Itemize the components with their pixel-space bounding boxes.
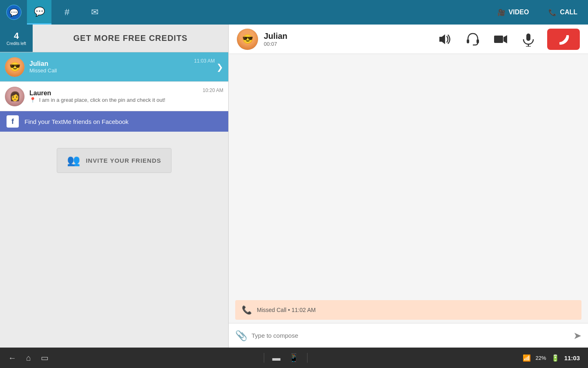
bottom-nav-center: ▬ 📱 xyxy=(264,353,307,363)
wifi-icon: 📶 xyxy=(523,354,531,362)
bottom-nav-left: ← ⌂ ▭ xyxy=(8,353,49,363)
divider-right xyxy=(307,353,307,363)
tab-compose[interactable]: ✉ xyxy=(82,0,107,25)
convo-name-lauren: Lauren xyxy=(29,90,199,97)
home-icon[interactable]: ⌂ xyxy=(26,353,31,363)
invite-friends-button[interactable]: 👥 INVITE YOUR FRIENDS xyxy=(57,148,172,173)
compose-input[interactable] xyxy=(252,332,573,339)
missed-call-icon: 📞 xyxy=(242,305,252,315)
headset-button[interactable] xyxy=(464,30,482,48)
facebook-bar[interactable]: f Find your TextMe friends on Facebook xyxy=(0,111,228,132)
conversation-item-lauren[interactable]: 👩 Lauren 📍 I am in a great place, click … xyxy=(0,82,228,111)
caller-name: Julian xyxy=(264,31,436,41)
svg-rect-5 xyxy=(494,36,503,43)
call-label: CALL xyxy=(560,9,577,16)
facebook-icon: f xyxy=(7,115,19,128)
convo-body-lauren: Lauren 📍 I am in a great place, click on… xyxy=(29,90,199,103)
battery-percent: 22% xyxy=(536,355,546,361)
battery-icon: 🔋 xyxy=(551,354,559,362)
compose-bar: 📎 ➤ xyxy=(229,323,588,348)
window-icon[interactable]: ▬ xyxy=(272,353,281,363)
video-icon: 🎥 xyxy=(497,9,506,16)
credits-number: 4 xyxy=(14,31,19,41)
svg-rect-3 xyxy=(467,39,469,43)
back-icon[interactable]: ← xyxy=(8,353,16,363)
invite-section: 👥 INVITE YOUR FRIENDS xyxy=(0,132,228,348)
top-navigation: 💬 💬 # ✉ 🎥 VIDEO 📞 CALL xyxy=(0,0,588,25)
end-call-button[interactable] xyxy=(547,29,580,50)
credits-badge: 4 Credits left xyxy=(0,25,33,52)
recents-icon[interactable]: ▭ xyxy=(41,353,49,363)
get-credits-button[interactable]: GET MORE FREE CREDITS xyxy=(33,25,228,52)
convo-preview-julian: Missed Call xyxy=(29,67,191,74)
missed-call-text: Missed Call • 11:02 AM xyxy=(257,307,316,313)
missed-call-banner: 📞 Missed Call • 11:02 AM xyxy=(235,300,581,320)
tab-messages[interactable]: 💬 xyxy=(27,0,51,25)
right-panel: 😎 Julian 00:07 xyxy=(229,25,588,348)
convo-body-julian: Julian Missed Call xyxy=(29,60,191,74)
attach-button[interactable]: 📎 xyxy=(235,330,247,341)
credits-label: Credits left xyxy=(7,41,26,46)
svg-text:💬: 💬 xyxy=(9,8,19,17)
conversation-item-julian[interactable]: 😎 Julian Missed Call 11:03 AM ❯ xyxy=(0,52,228,82)
call-icon: 📞 xyxy=(548,9,557,16)
pin-icon: 📍 xyxy=(29,97,36,103)
convo-time-lauren: 10:20 AM xyxy=(203,86,223,93)
convo-preview-lauren: 📍 I am in a great place, click on the pi… xyxy=(29,97,199,103)
video-ctrl-button[interactable] xyxy=(492,30,510,48)
call-controls xyxy=(436,29,580,50)
caller-avatar: 😎 xyxy=(237,29,258,50)
system-time: 11:03 xyxy=(564,355,580,361)
svg-rect-7 xyxy=(526,34,530,41)
bottom-nav-right: 📶 22% 🔋 11:03 xyxy=(523,354,580,362)
speaker-button[interactable] xyxy=(436,30,454,48)
call-header: 😎 Julian 00:07 xyxy=(229,25,588,54)
bottom-navigation: ← ⌂ ▭ ▬ 📱 📶 22% 🔋 11:03 xyxy=(0,348,588,368)
nav-right: 🎥 VIDEO 📞 CALL xyxy=(491,5,584,20)
chat-area: 📞 Missed Call • 11:02 AM 📎 ➤ xyxy=(229,54,588,348)
invite-label: INVITE YOUR FRIENDS xyxy=(86,157,161,164)
mute-button[interactable] xyxy=(519,30,537,48)
video-label: VIDEO xyxy=(509,9,529,16)
chat-messages xyxy=(229,54,588,297)
nav-left: 💬 💬 # ✉ xyxy=(4,0,107,25)
svg-marker-2 xyxy=(439,34,445,44)
avatar-julian: 😎 xyxy=(5,57,24,77)
left-panel: 4 Credits left GET MORE FREE CREDITS 😎 J… xyxy=(0,25,229,348)
tab-dialpad[interactable]: # xyxy=(55,0,79,25)
convo-name-julian: Julian xyxy=(29,60,191,67)
facebook-bar-text: Find your TextMe friends on Facebook xyxy=(24,118,129,125)
call-button[interactable]: 📞 CALL xyxy=(542,5,584,20)
call-duration: 00:07 xyxy=(264,41,436,47)
divider-left xyxy=(264,353,264,363)
app-logo: 💬 xyxy=(4,2,24,22)
device-icon[interactable]: 📱 xyxy=(289,353,299,363)
convo-time-julian: 11:03 AM xyxy=(194,56,215,64)
invite-icon: 👥 xyxy=(67,154,80,167)
caller-info: Julian 00:07 xyxy=(264,31,436,47)
video-button[interactable]: 🎥 VIDEO xyxy=(491,5,536,20)
chevron-right-icon: ❯ xyxy=(216,62,223,72)
svg-marker-6 xyxy=(503,35,507,43)
credits-bar: 4 Credits left GET MORE FREE CREDITS xyxy=(0,25,228,52)
main-layout: 4 Credits left GET MORE FREE CREDITS 😎 J… xyxy=(0,25,588,348)
send-button[interactable]: ➤ xyxy=(573,330,581,341)
avatar-lauren: 👩 xyxy=(5,87,24,106)
